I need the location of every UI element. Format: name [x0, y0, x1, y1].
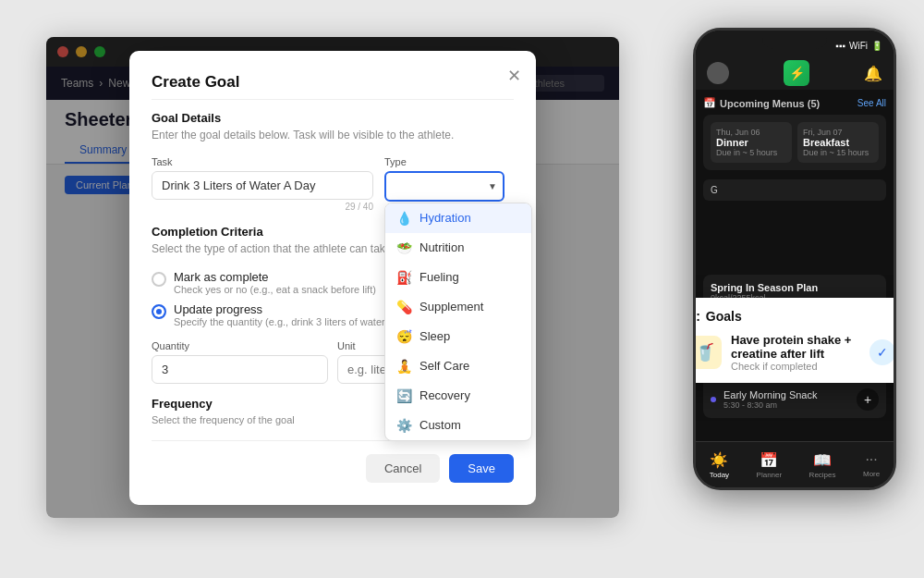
char-count: 29 / 40	[152, 202, 373, 212]
status-icons: ▪▪▪ WiFi 🔋	[835, 41, 882, 51]
app-logo: ⚡	[784, 60, 809, 86]
recovery-icon: 🔄	[396, 388, 412, 403]
quantity-input[interactable]	[152, 355, 328, 384]
dropdown-label: Sleep	[419, 329, 450, 343]
notification-bell-icon[interactable]: 🔔	[864, 65, 882, 82]
dropdown-item-recovery[interactable]: 🔄 Recovery	[385, 381, 531, 411]
planner-label: Planner	[757, 471, 783, 479]
goals-header: G	[703, 179, 886, 201]
radio-label-mark: Mark as complete	[174, 270, 376, 284]
modal-footer: Cancel Save	[152, 440, 514, 483]
modal-close-button[interactable]: ✕	[507, 66, 521, 86]
dropdown-label: Recovery	[419, 388, 470, 402]
dropdown-item-custom[interactable]: ⚙️ Custom	[385, 411, 531, 440]
avatar[interactable]	[707, 62, 729, 84]
fueling-name: Early Morning Snack	[723, 389, 849, 400]
custom-icon: ⚙️	[396, 418, 412, 433]
fueling-item: Early Morning Snack 5:30 - 8:30 am +	[711, 388, 879, 411]
phone-screen: ▪▪▪ WiFi 🔋 ⚡ 🔔 📅 Upcoming Menus (5) See …	[696, 31, 894, 487]
nav-planner[interactable]: 📅 Planner	[757, 451, 783, 479]
dropdown-label: Supplement	[419, 300, 483, 314]
add-fueling-button[interactable]: +	[857, 388, 879, 411]
selfcare-icon: 🧘	[396, 359, 412, 374]
menus-card: Thu, Jun 06 Dinner Due in ~ 5 hours Fri,…	[703, 115, 886, 170]
desktop-app: Teams › New Product Managers › Sheeter, …	[46, 37, 619, 518]
type-dropdown: 💧 Hydration 🥗 Nutrition ⛽ Fueling	[384, 203, 532, 441]
wifi-icon: WiFi	[849, 41, 868, 51]
more-icon: ···	[865, 451, 877, 468]
menu-due-thu: Due in ~ 5 hours	[716, 148, 786, 157]
radio-label-update: Update progress	[174, 302, 388, 316]
phone-bottom-nav: ☀️ Today 📅 Planner 📖 Recipes ··· More	[696, 441, 894, 487]
save-button[interactable]: Save	[449, 454, 514, 483]
today-icon: ☀️	[710, 451, 728, 469]
dropdown-label: Hydration	[419, 211, 471, 225]
dropdown-item-sleep[interactable]: 😴 Sleep	[385, 322, 531, 351]
dropdown-item-fueling[interactable]: ⛽ Fueling	[385, 263, 531, 292]
upcoming-menus-section: 📅 Upcoming Menus (5) See All Thu, Jun 06…	[703, 97, 886, 170]
goal-item: 🥤 Have protein shake + creatine after li…	[696, 333, 894, 372]
nutrition-icon: 🥗	[396, 240, 412, 255]
radio-circle-update	[152, 304, 166, 319]
quantity-group: Quantity	[152, 340, 328, 384]
goal-check-button[interactable]: ✓	[869, 339, 894, 365]
menu-type-dinner: Dinner	[716, 137, 786, 148]
create-goal-modal: ✕ Create Goal Goal Details Enter the goa…	[129, 51, 536, 505]
quantity-label: Quantity	[152, 340, 328, 351]
task-label: Task	[152, 156, 373, 167]
phone-topbar: ⚡ 🔔	[696, 56, 894, 90]
fueling-info: Early Morning Snack 5:30 - 8:30 am	[723, 389, 849, 410]
radio-circle-mark	[152, 272, 166, 287]
goals-popup-header: ≡: Goals See All	[696, 309, 894, 324]
phone-notch	[762, 31, 827, 49]
type-select-container: ▼ 💧 Hydration 🥗 Nutrition	[384, 171, 505, 202]
menu-type-breakfast: Breakfast	[803, 137, 873, 148]
dropdown-label: Custom	[419, 418, 461, 432]
modal-title: Create Goal	[152, 73, 514, 92]
goal-title: Have protein shake + creatine after lift	[731, 333, 860, 361]
menus-see-all[interactable]: See All	[857, 98, 886, 108]
recipes-icon: 📖	[813, 451, 832, 469]
more-label: More	[863, 470, 880, 478]
dropdown-item-hydration[interactable]: 💧 Hydration	[385, 203, 531, 233]
signal-icon: ▪▪▪	[835, 41, 845, 51]
type-input[interactable]	[384, 171, 505, 202]
cancel-button[interactable]: Cancel	[366, 454, 440, 483]
goal-emoji: 🥤	[696, 336, 722, 369]
supplement-icon: 💊	[396, 300, 412, 314]
menus-title-text: Upcoming Menus (5)	[720, 98, 820, 109]
goal-details-desc: Enter the goal details below. Task will …	[152, 129, 514, 141]
menus-section-title: 📅 Upcoming Menus (5)	[703, 97, 820, 109]
today-label: Today	[710, 471, 729, 479]
mobile-phone: ▪▪▪ WiFi 🔋 ⚡ 🔔 📅 Upcoming Menus (5) See …	[693, 28, 896, 490]
nav-today[interactable]: ☀️ Today	[710, 451, 729, 479]
fueling-dot	[711, 397, 716, 402]
dropdown-item-selfcare[interactable]: 🧘 Self Care	[385, 351, 531, 381]
fueling-icon: ⛽	[396, 270, 412, 285]
dropdown-item-nutrition[interactable]: 🥗 Nutrition	[385, 233, 531, 263]
calendar-icon: 📅	[703, 97, 716, 109]
dropdown-label: Nutrition	[419, 240, 464, 254]
menu-item-fri[interactable]: Fri, Jun 07 Breakfast Due in ~ 15 hours	[797, 122, 879, 163]
fueling-time: 5:30 - 8:30 am	[723, 400, 849, 410]
sleep-icon: 😴	[396, 329, 412, 344]
goal-subtitle: Check if completed	[731, 361, 860, 372]
radio-hint-mark: Check yes or no (e.g., eat a snack befor…	[174, 284, 376, 295]
task-input[interactable]	[152, 171, 373, 200]
nav-more[interactable]: ··· More	[863, 451, 880, 478]
nav-recipes[interactable]: 📖 Recipes	[809, 451, 836, 479]
macro-plan-name: Spring In Season Plan	[711, 282, 879, 293]
menu-item-thu[interactable]: Thu, Jun 06 Dinner Due in ~ 5 hours	[711, 122, 792, 163]
goal-details-title: Goal Details	[152, 111, 514, 125]
menu-day-fri: Fri, Jun 07	[803, 128, 873, 137]
recipes-label: Recipes	[809, 471, 836, 479]
menu-day-thu: Thu, Jun 06	[716, 128, 786, 137]
goals-popup-title: ≡: Goals	[696, 309, 742, 324]
dropdown-label: Self Care	[419, 359, 469, 373]
menu-due-fri: Due in ~ 15 hours	[803, 148, 873, 157]
goals-section: G ≡: Goals See All 🥤 Have protein	[703, 179, 886, 201]
battery-icon: 🔋	[871, 41, 882, 51]
goal-text: Have protein shake + creatine after lift…	[731, 333, 860, 372]
hydration-icon: 💧	[396, 211, 412, 226]
dropdown-item-supplement[interactable]: 💊 Supplement	[385, 292, 531, 322]
